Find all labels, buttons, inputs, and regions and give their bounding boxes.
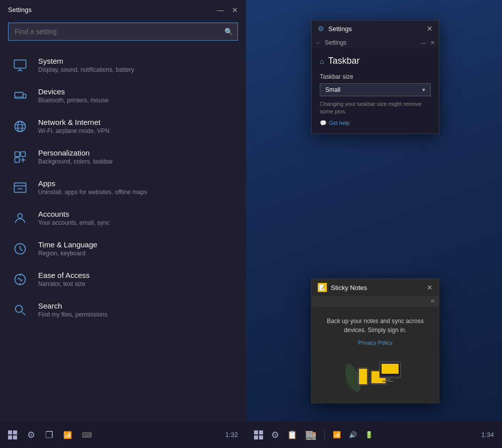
sticky-illustration: [320, 353, 431, 393]
ease-subtitle: Narrator, text size: [38, 280, 90, 287]
titlebar-left: Settings: [8, 6, 32, 14]
system-svg: [13, 58, 27, 72]
taskbar-left-icons: ⚙ ❐ 📶 ⌨: [8, 429, 92, 440]
taskbar-keyboard-icon[interactable]: ⌨: [82, 431, 92, 439]
home-icon: ⌂: [320, 57, 324, 65]
svg-rect-15: [14, 183, 26, 192]
personalization-icon: [12, 149, 28, 165]
system-subtitle: Display, sound, notifications, battery: [38, 66, 134, 73]
popup-titlebar: ⚙ Settings ✕: [312, 21, 439, 37]
svg-point-7: [18, 121, 22, 131]
time-subtitle: Region, keyboard: [38, 250, 97, 257]
sidebar-item-apps[interactable]: Apps Uninstall, apps for websites, offli…: [0, 172, 246, 203]
titlebar-controls: — ✕: [217, 7, 238, 14]
sidebar-item-accounts[interactable]: Accounts Your accounts, email, sync: [0, 203, 246, 233]
svg-rect-0: [14, 60, 26, 68]
inner-settings-panel: ← Settings — ✕ ⌂ Taskbar Taskbar size Sm…: [312, 37, 439, 133]
taskbar-heading-text: Taskbar: [328, 56, 359, 66]
sticky-privacy-link[interactable]: Privacy Policy: [358, 340, 392, 346]
sidebar-item-devices[interactable]: Devices Bluetooth, printers, mouse: [0, 80, 246, 111]
settings-titlebar: Settings — ✕: [0, 0, 246, 18]
system-text: System Display, sound, notifications, ba…: [38, 57, 134, 73]
svg-rect-3: [15, 92, 23, 98]
sidebar-item-search[interactable]: Search Find my files, permissions: [0, 294, 246, 325]
close-button[interactable]: ✕: [232, 7, 238, 14]
win-right-quad-1: [254, 430, 258, 434]
windows-logo-right-icon[interactable]: [254, 430, 263, 439]
minimize-button[interactable]: —: [217, 7, 224, 14]
apps-text: Apps Uninstall, apps for websites, offli…: [38, 179, 147, 196]
taskbar-sticky-icon[interactable]: 📋: [287, 430, 297, 439]
svg-rect-37: [383, 381, 394, 382]
taskbar-settings-icon[interactable]: ⚙: [27, 429, 35, 440]
ease-title: Ease of Access: [38, 271, 90, 279]
inner-close-button[interactable]: ✕: [430, 40, 435, 46]
taskbar-size-note: Changing your taskbar size might remove …: [320, 100, 431, 116]
sticky-notes-popup: 📝 Sticky Notes ✕ ✕ Back up your notes an…: [311, 278, 439, 403]
taskbar-right-network-icon[interactable]: 📶: [333, 431, 341, 438]
time-text: Time & Language Region, keyboard: [38, 240, 97, 257]
taskbar-right: ⚙ 📋 🏬 📶 🔊 🔋 1:34: [246, 421, 502, 448]
taskbar-settings-content: ⌂ Taskbar Taskbar size Small ▾ Changing …: [312, 49, 439, 133]
svg-point-6: [15, 121, 26, 131]
accounts-subtitle: Your accounts, email, sync: [38, 219, 109, 226]
taskbar-right-icons: ⚙ 📋 🏬 📶 🔊 🔋: [254, 429, 373, 441]
svg-line-26: [22, 312, 26, 315]
sticky-content: Back up your notes and sync across devic…: [312, 307, 439, 403]
ease-svg: [13, 272, 27, 286]
windows-logo-icon[interactable]: [8, 430, 17, 439]
taskbar-size-value: Small: [325, 86, 340, 93]
sticky-message: Back up your notes and sync across devic…: [320, 317, 431, 335]
win-right-quad-2: [259, 430, 263, 434]
devices-icon: [12, 88, 28, 104]
win-quad-2: [13, 430, 17, 434]
svg-point-25: [16, 305, 23, 312]
taskbar-right-volume-icon[interactable]: 🔊: [349, 431, 357, 438]
system-title: System: [38, 57, 134, 65]
svg-rect-35: [382, 364, 399, 374]
time-title: Time & Language: [38, 240, 97, 249]
search-wrapper: 🔍: [8, 23, 238, 41]
taskbar-store-icon[interactable]: 🏬: [305, 429, 316, 440]
svg-rect-10: [15, 152, 20, 156]
taskbar-size-select[interactable]: Small ▾: [320, 83, 431, 96]
inner-titlebar: ← Settings — ✕: [312, 37, 439, 49]
taskbar-size-label: Taskbar size: [320, 73, 431, 80]
sidebar-item-network[interactable]: Network & Internet Wi-Fi, airplane mode,…: [0, 111, 246, 141]
inner-minimize-button[interactable]: —: [421, 40, 426, 46]
search-text: Search Find my files, permissions: [38, 302, 107, 318]
inner-back-button[interactable]: ←: [316, 39, 322, 46]
popup-close-button[interactable]: ✕: [427, 25, 433, 33]
win-right-quad-3: [254, 435, 258, 439]
inner-win-controls: — ✕: [421, 40, 435, 46]
taskbar-task-icon[interactable]: ❐: [45, 429, 53, 440]
taskbar-right-time: 1:34: [481, 431, 494, 438]
personalization-svg: [13, 150, 27, 164]
taskbar-left-time: 1:32: [225, 431, 238, 438]
devices-title: Devices: [38, 87, 108, 96]
taskbar-right-battery-icon[interactable]: 🔋: [365, 431, 373, 438]
sidebar-item-ease[interactable]: Ease of Access Narrator, text size: [0, 264, 246, 294]
taskbar-network-icon[interactable]: 📶: [63, 431, 72, 439]
svg-rect-4: [23, 94, 26, 98]
search-input[interactable]: [8, 23, 238, 41]
sidebar-item-system[interactable]: System Display, sound, notifications, ba…: [0, 50, 246, 80]
win-quad-3: [8, 435, 12, 439]
personalization-text: Personalization Background, colors, task…: [38, 148, 113, 165]
settings-list: System Display, sound, notifications, ba…: [0, 48, 246, 421]
svg-rect-30: [359, 369, 367, 384]
network-icon: [12, 118, 28, 134]
sticky-notes-icon: 📝: [318, 283, 327, 292]
sidebar-item-time[interactable]: Time & Language Region, keyboard: [0, 233, 246, 264]
inner-nav: ← Settings: [316, 39, 346, 46]
svg-point-18: [18, 213, 22, 218]
network-title: Network & Internet: [38, 118, 109, 126]
taskbar-separator: [324, 429, 325, 441]
sidebar-item-personalization[interactable]: Personalization Background, colors, task…: [0, 141, 246, 172]
taskbar-right-settings-icon[interactable]: ⚙: [271, 429, 279, 440]
sticky-inner-close-button[interactable]: ✕: [430, 298, 435, 305]
get-help-icon: 💬: [320, 120, 327, 126]
sticky-close-button[interactable]: ✕: [427, 283, 433, 291]
get-help-link[interactable]: 💬 Get help: [320, 120, 431, 126]
search-nav-icon: [12, 302, 28, 318]
